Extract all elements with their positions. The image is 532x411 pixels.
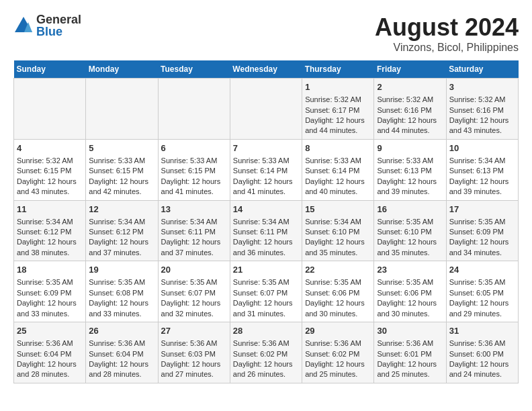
day-info: Sunset: 6:10 PM [377, 227, 443, 237]
calendar-subtitle: Vinzons, Bicol, Philippines [375, 42, 519, 54]
day-number: 2 [377, 81, 443, 93]
weekday-header-tuesday: Tuesday [158, 60, 230, 79]
calendar-cell [230, 79, 302, 140]
day-info: Sunset: 6:04 PM [17, 349, 83, 359]
day-number: 27 [161, 325, 227, 337]
calendar-cell: 17Sunrise: 5:35 AMSunset: 6:09 PMDayligh… [446, 200, 518, 261]
calendar-cell: 4Sunrise: 5:32 AMSunset: 6:15 PMDaylight… [14, 139, 86, 200]
day-number: 3 [449, 81, 515, 93]
day-info: Sunrise: 5:32 AM [449, 95, 515, 105]
day-info: Sunset: 6:14 PM [233, 166, 299, 176]
calendar-cell [14, 79, 86, 140]
day-info: Sunset: 6:02 PM [233, 349, 299, 359]
day-info: Sunrise: 5:35 AM [449, 277, 515, 287]
day-info: Sunrise: 5:32 AM [305, 95, 371, 105]
day-info: Sunset: 6:00 PM [449, 349, 515, 359]
day-info: Sunrise: 5:35 AM [377, 277, 443, 287]
day-number: 28 [233, 325, 299, 337]
calendar-week-5: 25Sunrise: 5:36 AMSunset: 6:04 PMDayligh… [14, 322, 519, 383]
calendar-week-2: 4Sunrise: 5:32 AMSunset: 6:15 PMDaylight… [14, 139, 519, 200]
day-info: Sunset: 6:06 PM [305, 288, 371, 298]
day-info: Sunrise: 5:36 AM [449, 338, 515, 349]
day-info: Daylight: 12 hours and 36 minutes. [233, 237, 299, 258]
day-info: Sunset: 6:02 PM [305, 349, 371, 359]
day-info: Sunrise: 5:34 AM [161, 217, 227, 227]
day-info: Daylight: 12 hours and 37 minutes. [89, 237, 154, 258]
calendar-cell: 25Sunrise: 5:36 AMSunset: 6:04 PMDayligh… [14, 322, 86, 383]
day-info: Sunset: 6:12 PM [89, 227, 154, 237]
day-number: 12 [89, 203, 154, 216]
calendar-cell: 23Sunrise: 5:35 AMSunset: 6:06 PMDayligh… [374, 261, 446, 322]
calendar-cell: 26Sunrise: 5:36 AMSunset: 6:04 PMDayligh… [86, 322, 158, 383]
day-info: Sunset: 6:15 PM [89, 166, 154, 176]
day-info: Daylight: 12 hours and 43 minutes. [449, 116, 515, 136]
calendar-table: SundayMondayTuesdayWednesdayThursdayFrid… [13, 60, 519, 383]
calendar-cell [158, 79, 230, 140]
day-info: Sunset: 6:09 PM [17, 288, 83, 298]
calendar-cell: 6Sunrise: 5:33 AMSunset: 6:15 PMDaylight… [158, 139, 230, 200]
day-number: 31 [449, 325, 515, 337]
day-info: Daylight: 12 hours and 25 minutes. [377, 359, 443, 380]
day-info: Sunset: 6:17 PM [305, 105, 371, 116]
calendar-cell [86, 79, 158, 140]
day-number: 24 [449, 264, 515, 276]
day-number: 22 [305, 264, 371, 276]
day-info: Sunrise: 5:32 AM [377, 95, 443, 105]
day-info: Sunset: 6:13 PM [377, 166, 443, 176]
weekday-header-monday: Monday [86, 60, 158, 79]
day-info: Daylight: 12 hours and 40 minutes. [305, 177, 371, 197]
day-number: 7 [233, 142, 299, 154]
calendar-body: 1Sunrise: 5:32 AMSunset: 6:17 PMDaylight… [14, 79, 519, 383]
calendar-cell: 3Sunrise: 5:32 AMSunset: 6:16 PMDaylight… [446, 79, 518, 140]
day-info: Sunset: 6:03 PM [161, 349, 227, 359]
day-info: Sunrise: 5:33 AM [89, 156, 154, 166]
day-info: Sunset: 6:10 PM [305, 227, 371, 237]
day-info: Sunset: 6:05 PM [449, 288, 515, 298]
logo-icon [13, 15, 34, 36]
day-info: Daylight: 12 hours and 33 minutes. [17, 298, 83, 319]
day-info: Daylight: 12 hours and 32 minutes. [161, 298, 227, 319]
day-number: 10 [449, 142, 515, 154]
logo-blue: Blue [36, 26, 81, 38]
day-info: Sunset: 6:09 PM [449, 227, 515, 237]
day-number: 16 [377, 203, 443, 216]
day-info: Daylight: 12 hours and 26 minutes. [233, 359, 299, 380]
calendar-cell: 9Sunrise: 5:33 AMSunset: 6:13 PMDaylight… [374, 139, 446, 200]
day-info: Sunrise: 5:36 AM [161, 338, 227, 349]
day-info: Daylight: 12 hours and 41 minutes. [233, 177, 299, 197]
day-number: 29 [305, 325, 371, 337]
calendar-cell: 7Sunrise: 5:33 AMSunset: 6:14 PMDaylight… [230, 139, 302, 200]
day-info: Sunrise: 5:34 AM [89, 217, 154, 227]
day-info: Daylight: 12 hours and 31 minutes. [233, 298, 299, 319]
day-info: Daylight: 12 hours and 24 minutes. [449, 359, 515, 380]
day-info: Sunrise: 5:33 AM [377, 156, 443, 166]
day-number: 4 [17, 142, 83, 154]
day-info: Sunrise: 5:36 AM [377, 338, 443, 349]
logo: General Blue [13, 13, 81, 38]
day-number: 20 [161, 264, 227, 276]
day-info: Sunset: 6:07 PM [233, 288, 299, 298]
day-info: Sunrise: 5:33 AM [161, 156, 227, 166]
calendar-title: August 2024 [375, 13, 519, 42]
weekday-header-thursday: Thursday [302, 60, 374, 79]
day-info: Sunset: 6:04 PM [89, 349, 154, 359]
day-info: Sunset: 6:15 PM [161, 166, 227, 176]
weekday-header-friday: Friday [374, 60, 446, 79]
title-block: August 2024 Vinzons, Bicol, Philippines [375, 13, 519, 54]
day-info: Sunset: 6:11 PM [161, 227, 227, 237]
day-info: Sunrise: 5:36 AM [305, 338, 371, 349]
day-info: Daylight: 12 hours and 43 minutes. [17, 177, 83, 197]
day-number: 30 [377, 325, 443, 337]
day-info: Daylight: 12 hours and 27 minutes. [161, 359, 227, 380]
day-info: Sunrise: 5:36 AM [233, 338, 299, 349]
calendar-cell: 14Sunrise: 5:34 AMSunset: 6:11 PMDayligh… [230, 200, 302, 261]
day-info: Sunrise: 5:33 AM [305, 156, 371, 166]
calendar-cell: 19Sunrise: 5:35 AMSunset: 6:08 PMDayligh… [86, 261, 158, 322]
day-info: Daylight: 12 hours and 30 minutes. [377, 298, 443, 319]
weekday-header-sunday: Sunday [14, 60, 86, 79]
day-info: Sunrise: 5:36 AM [89, 338, 154, 349]
day-number: 14 [233, 203, 299, 216]
day-info: Daylight: 12 hours and 39 minutes. [377, 177, 443, 197]
day-number: 23 [377, 264, 443, 276]
calendar-cell: 15Sunrise: 5:34 AMSunset: 6:10 PMDayligh… [302, 200, 374, 261]
